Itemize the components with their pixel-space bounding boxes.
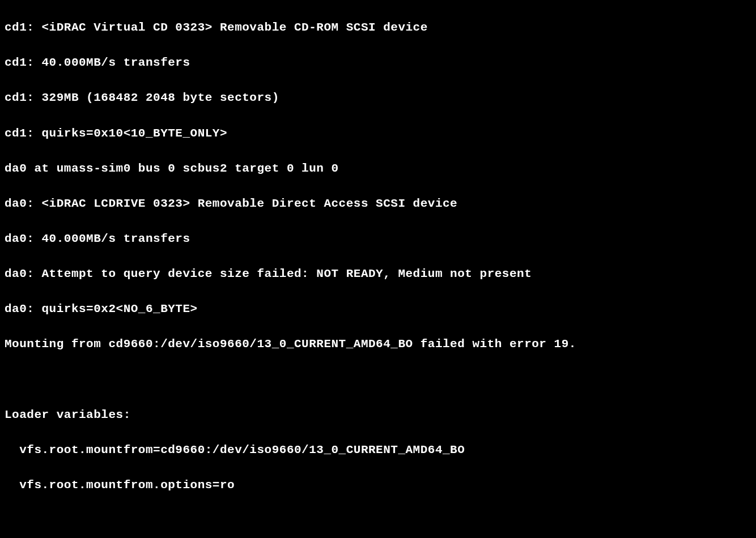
boot-line: da0 at umass-sim0 bus 0 scbus2 target 0 … — [5, 160, 751, 177]
boot-line: da0: <iDRAC LCDRIVE 0323> Removable Dire… — [5, 195, 751, 212]
blank-line — [5, 371, 751, 388]
boot-line: Mounting from cd9660:/dev/iso9660/13_0_C… — [5, 335, 751, 353]
blank-line — [5, 511, 751, 529]
boot-line: cd1: <iDRAC Virtual CD 0323> Removable C… — [5, 19, 751, 36]
loader-var: vfs.root.mountfrom=cd9660:/dev/iso9660/1… — [5, 441, 751, 459]
boot-line: da0: 40.000MB/s transfers — [5, 230, 751, 247]
boot-line: da0: Attempt to query device size failed… — [5, 265, 751, 283]
console-output: cd1: <iDRAC Virtual CD 0323> Removable C… — [0, 0, 756, 538]
boot-line: cd1: 40.000MB/s transfers — [5, 54, 751, 71]
boot-line: da0: quirks=0x2<NO_6_BYTE> — [5, 300, 751, 318]
loader-var: vfs.root.mountfrom.options=ro — [5, 476, 751, 494]
boot-line: cd1: quirks=0x10<10_BYTE_ONLY> — [5, 125, 751, 142]
boot-line: cd1: 329MB (168482 2048 byte sectors) — [5, 89, 751, 106]
loader-header: Loader variables: — [5, 406, 751, 424]
